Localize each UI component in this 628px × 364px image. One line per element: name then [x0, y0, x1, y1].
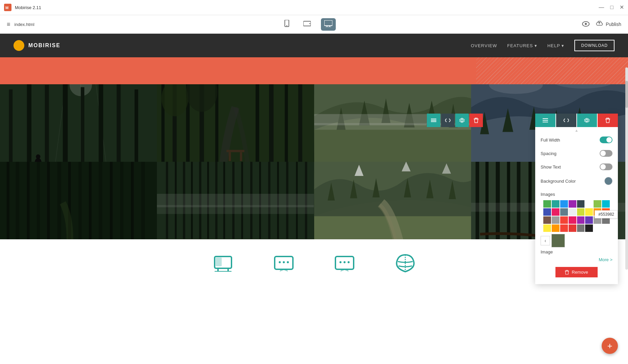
color-swatch-item[interactable] — [585, 216, 593, 224]
color-swatch-item[interactable] — [569, 200, 576, 208]
preview-button[interactable] — [582, 21, 590, 28]
svg-rect-73 — [223, 162, 225, 239]
svg-line-16 — [94, 84, 108, 162]
more-link[interactable]: More > — [535, 256, 618, 265]
svg-rect-124 — [475, 118, 477, 119]
svg-rect-93 — [528, 162, 531, 239]
color-swatch-item[interactable] — [543, 208, 551, 216]
svg-point-27 — [36, 154, 40, 159]
mobile-view-button[interactable] — [280, 18, 293, 31]
window-controls: — □ ✕ — [599, 5, 624, 10]
nav-link-help[interactable]: HELP ▾ — [547, 43, 564, 48]
color-swatch-item[interactable] — [602, 200, 610, 208]
color-swatch-item[interactable] — [577, 208, 585, 216]
show-text-toggle[interactable] — [600, 163, 612, 170]
block-code-button[interactable] — [441, 114, 455, 127]
svg-rect-40 — [240, 152, 242, 161]
color-swatch-item[interactable] — [543, 216, 551, 224]
color-swatch-item[interactable] — [569, 208, 576, 216]
block-settings-button[interactable] — [455, 114, 469, 127]
color-swatch-item[interactable] — [543, 200, 551, 208]
panel-sort-button[interactable] — [535, 114, 555, 127]
svg-rect-63 — [141, 162, 145, 239]
color-swatch-item[interactable] — [543, 224, 551, 232]
svg-point-128 — [586, 119, 588, 121]
bg-color-swatch[interactable] — [604, 177, 612, 185]
svg-point-111 — [279, 261, 281, 263]
svg-rect-82 — [305, 162, 307, 239]
svg-point-113 — [287, 261, 289, 263]
svg-rect-24 — [135, 89, 138, 162]
svg-rect-80 — [286, 162, 289, 239]
color-swatch-item[interactable] — [594, 200, 601, 208]
block-sort-button[interactable] — [427, 114, 440, 127]
close-button[interactable]: ✕ — [620, 5, 624, 10]
color-swatch-item[interactable] — [569, 224, 576, 232]
svg-rect-18 — [27, 84, 31, 162]
color-swatch-item[interactable] — [560, 208, 568, 216]
publish-label: Publish — [606, 22, 621, 27]
color-swatch-item[interactable] — [577, 216, 585, 224]
svg-rect-59 — [99, 162, 102, 239]
color-swatch-item[interactable] — [552, 208, 559, 216]
remove-button[interactable]: Remove — [555, 267, 597, 277]
color-swatch-item[interactable] — [560, 200, 568, 208]
svg-rect-50 — [7, 162, 9, 239]
color-swatch-item[interactable] — [577, 200, 585, 208]
color-swatch-item[interactable] — [552, 224, 559, 232]
nav-brand-name: MOBIRISE — [28, 42, 60, 49]
color-swatch-item[interactable] — [560, 216, 568, 224]
nav-link-overview[interactable]: OVERVIEW — [471, 43, 497, 48]
color-swatch-item[interactable] — [552, 216, 559, 224]
orange-section — [0, 57, 628, 84]
spacing-toggle[interactable] — [600, 150, 612, 157]
svg-rect-30 — [173, 84, 177, 162]
svg-point-10 — [585, 23, 587, 25]
svg-rect-77 — [259, 162, 261, 239]
color-swatch-item[interactable] — [577, 224, 585, 232]
bg-color-label: Background Color — [541, 179, 576, 184]
svg-rect-69 — [191, 162, 193, 239]
svg-rect-132 — [566, 270, 568, 271]
minimize-button[interactable]: — — [599, 5, 604, 10]
color-swatch-item[interactable] — [585, 208, 593, 216]
prev-image-button[interactable]: ‹ — [541, 236, 550, 245]
tablet-view-button[interactable] — [300, 19, 314, 30]
svg-point-26 — [34, 158, 42, 162]
settings-panel: ▲ Full Width Spacing Show Text Backgroun… — [535, 114, 618, 284]
color-swatch-item[interactable] — [585, 200, 593, 208]
color-swatch-item[interactable] — [569, 216, 576, 224]
svg-rect-53 — [37, 162, 40, 239]
publish-button[interactable]: Publish — [596, 21, 621, 28]
svg-rect-38 — [226, 150, 244, 152]
svg-point-13 — [70, 84, 92, 96]
svg-rect-130 — [607, 118, 609, 119]
svg-rect-29 — [162, 84, 165, 162]
menu-icon[interactable]: ≡ — [7, 21, 10, 28]
svg-rect-85 — [157, 239, 314, 239]
panel-code-button[interactable] — [556, 114, 576, 127]
feature-icon-3 — [334, 255, 355, 275]
cloud-upload-icon — [596, 21, 603, 28]
panel-gear-button[interactable] — [577, 114, 597, 127]
svg-line-15 — [54, 84, 67, 162]
color-swatch-item[interactable] — [585, 224, 593, 232]
block-delete-button[interactable] — [469, 114, 483, 127]
remove-label: Remove — [572, 270, 588, 275]
images-label: Images — [541, 192, 555, 197]
maximize-button[interactable]: □ — [610, 5, 613, 10]
svg-rect-34 — [256, 84, 260, 162]
add-block-button[interactable]: + — [602, 338, 618, 354]
nav-link-features[interactable]: FEATURES ▾ — [507, 43, 537, 48]
nav-download-button[interactable]: DOWNLOAD — [574, 40, 615, 51]
full-width-toggle[interactable] — [600, 136, 612, 143]
color-swatch-item[interactable] — [552, 200, 559, 208]
panel-delete-button[interactable] — [598, 114, 618, 127]
nav-brand: MOBIRISE — [13, 40, 60, 51]
color-swatch-item[interactable] — [560, 224, 568, 232]
color-hex-display: #553982 — [595, 210, 618, 218]
desktop-view-button[interactable] — [321, 18, 336, 31]
diagonal-pattern — [476, 57, 628, 84]
scrollbar[interactable] — [625, 67, 628, 270]
svg-rect-56 — [68, 162, 71, 239]
